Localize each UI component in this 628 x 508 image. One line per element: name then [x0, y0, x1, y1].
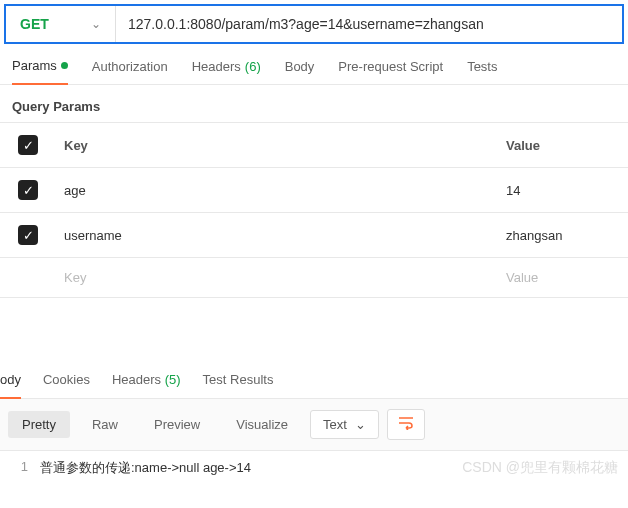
table-header-row: ✓ Key Value [0, 122, 628, 167]
response-line[interactable]: 普通参数的传递:name->null age->14 [40, 459, 628, 477]
value-header: Value [498, 126, 628, 165]
request-tabs: Params Authorization Headers (6) Body Pr… [0, 44, 628, 85]
value-placeholder[interactable]: Value [498, 258, 628, 297]
tab-headers[interactable]: Headers (6) [192, 58, 261, 84]
response-tabs: ody Cookies Headers (5) Test Results [0, 358, 628, 399]
row-checkbox[interactable]: ✓ [18, 225, 38, 245]
key-placeholder[interactable]: Key [56, 258, 498, 297]
line-number: 1 [0, 459, 40, 477]
tab-response-headers[interactable]: Headers (5) [112, 372, 181, 398]
key-cell[interactable]: username [56, 216, 498, 255]
section-title: Query Params [0, 85, 628, 122]
spacer [0, 298, 628, 358]
row-checkbox[interactable]: ✓ [18, 180, 38, 200]
url-input[interactable] [116, 6, 622, 42]
key-header: Key [56, 126, 498, 165]
chevron-down-icon: ⌄ [355, 417, 366, 432]
view-pretty[interactable]: Pretty [8, 411, 70, 438]
view-preview[interactable]: Preview [140, 411, 214, 438]
tab-test-results[interactable]: Test Results [203, 372, 274, 398]
params-table: ✓ Key Value ✓ age 14 ✓ username zhangsan… [0, 122, 628, 298]
key-cell[interactable]: age [56, 171, 498, 210]
chevron-down-icon: ⌄ [91, 17, 101, 31]
table-row-placeholder[interactable]: Key Value [0, 257, 628, 298]
tab-params[interactable]: Params [12, 58, 68, 85]
request-bar: GET ⌄ [4, 4, 624, 44]
response-body: 1 普通参数的传递:name->null age->14 [0, 451, 628, 477]
wrap-lines-button[interactable] [387, 409, 425, 440]
content-type-dropdown[interactable]: Text ⌄ [310, 410, 379, 439]
view-visualize[interactable]: Visualize [222, 411, 302, 438]
select-all-checkbox[interactable]: ✓ [18, 135, 38, 155]
modified-dot-icon [61, 62, 68, 69]
header-check-cell: ✓ [0, 123, 56, 167]
value-cell[interactable]: 14 [498, 171, 628, 210]
view-bar: Pretty Raw Preview Visualize Text ⌄ [0, 399, 628, 451]
tab-authorization[interactable]: Authorization [92, 58, 168, 84]
table-row[interactable]: ✓ age 14 [0, 167, 628, 212]
value-cell[interactable]: zhangsan [498, 216, 628, 255]
method-dropdown[interactable]: GET ⌄ [6, 6, 116, 42]
tab-response-body[interactable]: ody [0, 372, 21, 399]
wrap-icon [398, 416, 414, 430]
tab-prerequest[interactable]: Pre-request Script [338, 58, 443, 84]
table-row[interactable]: ✓ username zhangsan [0, 212, 628, 257]
view-raw[interactable]: Raw [78, 411, 132, 438]
tab-cookies[interactable]: Cookies [43, 372, 90, 398]
tab-body[interactable]: Body [285, 58, 315, 84]
tab-tests[interactable]: Tests [467, 58, 497, 84]
method-label: GET [20, 16, 49, 32]
